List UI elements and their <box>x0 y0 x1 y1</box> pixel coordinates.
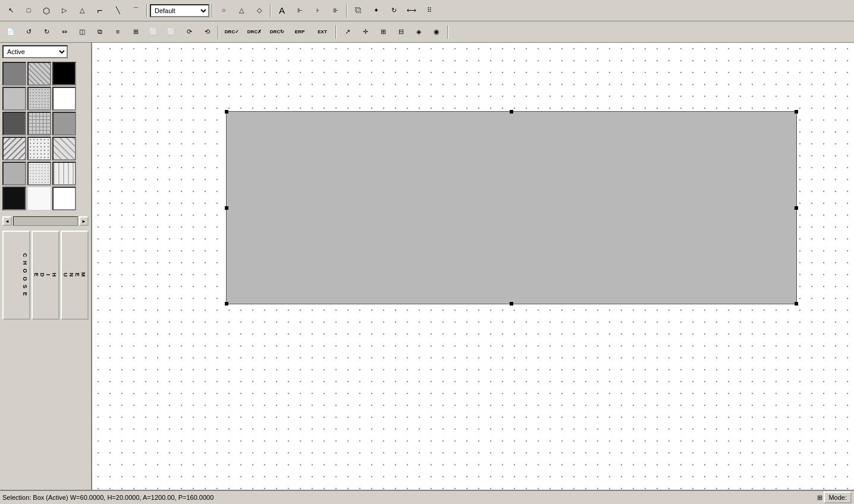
group-btn[interactable]: ⬜ <box>145 24 162 40</box>
pattern-cell-9[interactable] <box>52 112 76 136</box>
handle-bl[interactable] <box>225 302 228 305</box>
pattern-cell-12[interactable] <box>52 137 76 160</box>
pattern-cell-5[interactable] <box>27 87 51 111</box>
pattern-cell-6[interactable] <box>52 87 76 111</box>
rotate-left-btn[interactable]: ↺ <box>20 24 37 40</box>
canvas-shape-rect[interactable] <box>226 111 797 304</box>
handle-ml[interactable] <box>225 206 228 210</box>
left-panel: Active Inactive Hidden <box>0 43 92 490</box>
separator-1 <box>146 4 147 17</box>
menu-btn[interactable]: MENU <box>61 231 89 320</box>
drc2-btn[interactable]: DRC✗ <box>244 24 265 40</box>
rotate3d-btn[interactable]: ⟳ <box>181 24 197 40</box>
pattern-grid <box>2 62 89 210</box>
rotate-right-btn[interactable]: ↻ <box>38 24 55 40</box>
handle-tr[interactable] <box>795 110 798 114</box>
rotate-tool[interactable]: ↻ <box>385 3 402 18</box>
pattern-cell-4[interactable] <box>2 87 26 111</box>
text-tool[interactable]: A <box>274 3 290 18</box>
pattern-cell-18[interactable] <box>52 187 76 210</box>
flip-btn[interactable]: ⇔ <box>56 24 73 40</box>
pattern-cell-10[interactable] <box>2 137 26 160</box>
toolbar-row-1: ↖ □ ⬡ ▷ △ ⌐ ╲ ⌒ Default Layer 1 Layer 2 … <box>0 0 854 21</box>
tool-b-btn[interactable]: ✛ <box>357 24 373 40</box>
circle-tool[interactable]: ○ <box>215 3 232 18</box>
drc3-btn[interactable]: DRC↻ <box>266 24 288 40</box>
choose-btn[interactable]: C H O O S E <box>2 231 30 320</box>
separator-4 <box>346 4 347 17</box>
pattern-cell-14[interactable] <box>27 162 51 185</box>
handle-bm[interactable] <box>510 302 513 305</box>
pattern-cell-1[interactable] <box>2 62 26 86</box>
separator-7 <box>447 26 448 39</box>
handle-tm[interactable] <box>510 110 513 114</box>
distribute-btn[interactable]: ⊞ <box>127 24 144 40</box>
bottom-buttons: C H O O S E HIDE MENU <box>2 231 89 487</box>
status-right: ⊞ Mode: <box>817 492 852 503</box>
toolbar-row-2: 📄 ↺ ↻ ⇔ ◫ ⧉ ≡ ⊞ ⬜ ⬜ ⟳ ⟲ DRC✓ DRC✗ DRC↻ E… <box>0 21 854 43</box>
move-tool[interactable]: ✦ <box>368 3 384 18</box>
measure3-tool[interactable]: ⊪ <box>327 3 344 18</box>
pattern-cell-16[interactable] <box>2 187 26 210</box>
mirror2-btn[interactable]: ◫ <box>74 24 90 40</box>
open-file-btn[interactable]: 📄 <box>2 24 19 40</box>
scroll-left-btn[interactable]: ◄ <box>2 216 12 226</box>
mode-button[interactable]: Mode: <box>824 492 852 503</box>
pattern-cell-3[interactable] <box>52 62 76 86</box>
horizontal-scroll: ◄ ► <box>2 216 89 226</box>
main-area: Active Inactive Hidden <box>0 43 854 490</box>
pattern-cell-13[interactable] <box>2 162 26 185</box>
ext-btn[interactable]: EXT <box>312 24 333 40</box>
grid-tool[interactable]: ⠿ <box>421 3 438 18</box>
separator-3 <box>270 4 271 17</box>
handle-tl[interactable] <box>225 110 228 114</box>
pattern-cell-15[interactable] <box>52 162 76 185</box>
select-tool[interactable]: ↖ <box>2 3 19 18</box>
tool-e-btn[interactable]: ◈ <box>410 24 427 40</box>
mode-icon: ⊞ <box>817 494 822 502</box>
pattern-cell-8[interactable] <box>27 112 51 136</box>
erp-btn[interactable]: ERP <box>289 24 310 40</box>
layer-dropdown[interactable]: Default Layer 1 Layer 2 <box>150 4 209 17</box>
scroll-track[interactable] <box>13 216 78 226</box>
status-bar: Selection: Box (Active) W=60.0000, H=20.… <box>0 490 854 504</box>
handle-mr[interactable] <box>795 206 798 210</box>
separator-2 <box>212 4 213 17</box>
align-btn[interactable]: ≡ <box>109 24 126 40</box>
line-tool[interactable]: ⌐ <box>92 3 108 18</box>
measure1-tool[interactable]: ⊩ <box>291 3 308 18</box>
pattern-cell-17[interactable] <box>27 187 51 210</box>
separator-5 <box>218 26 219 39</box>
copy-tool[interactable]: ⿻ <box>350 3 366 18</box>
tool-f-btn[interactable]: ◉ <box>428 24 445 40</box>
drc1-btn[interactable]: DRC✓ <box>221 24 243 40</box>
curve-tool[interactable]: ⌒ <box>127 3 144 18</box>
mirror-tool[interactable]: ⟷ <box>403 3 420 18</box>
scale-btn[interactable]: ⟲ <box>199 24 215 40</box>
tool-d-btn[interactable]: ⊟ <box>393 24 409 40</box>
rectangle-tool[interactable]: □ <box>20 3 37 18</box>
line2-tool[interactable]: ╲ <box>109 3 126 18</box>
triangle2-tool[interactable]: △ <box>233 3 250 18</box>
hide-btn[interactable]: HIDE <box>32 231 59 320</box>
status-text: Selection: Box (Active) W=60.0000, H=20.… <box>2 494 815 501</box>
canvas-area[interactable] <box>92 43 854 490</box>
scroll-right-btn[interactable]: ► <box>79 216 89 226</box>
pattern-cell-11[interactable] <box>27 137 51 160</box>
pattern-cell-2[interactable] <box>27 62 51 86</box>
tool-c-btn[interactable]: ⊞ <box>375 24 391 40</box>
ungroup-btn[interactable]: ⬜ <box>163 24 180 40</box>
active-dropdown-container: Active Inactive Hidden <box>2 45 89 58</box>
polygon-tool[interactable]: ⬡ <box>38 3 55 18</box>
active-layer-select[interactable]: Active Inactive Hidden <box>2 45 68 58</box>
arrow-tool[interactable]: ▷ <box>56 3 73 18</box>
handle-br[interactable] <box>795 302 798 305</box>
pattern-cell-7[interactable] <box>2 112 26 136</box>
triangle-tool[interactable]: △ <box>74 3 90 18</box>
measure2-tool[interactable]: ⊦ <box>309 3 326 18</box>
tool-a-btn[interactable]: ↗ <box>339 24 356 40</box>
copy2-btn[interactable]: ⧉ <box>92 24 108 40</box>
separator-6 <box>335 26 337 39</box>
diamond-tool[interactable]: ◇ <box>251 3 268 18</box>
